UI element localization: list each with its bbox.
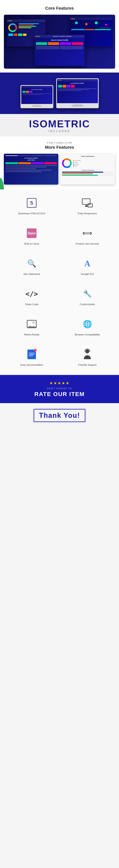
bootstrap-icon: 5 bbox=[27, 198, 36, 208]
feature-sass: Sass Built on Sass bbox=[6, 223, 58, 248]
browser-label: Browser Compatability bbox=[75, 333, 100, 336]
thankyou-text: Thank You! bbox=[34, 409, 86, 422]
feature-clean-code: </> Clean Code bbox=[6, 284, 58, 309]
customizable-icon-wrap: 🔧 bbox=[81, 287, 94, 301]
rate-stars: ★★★★★ bbox=[4, 381, 115, 385]
thankyou-box: Thank You! bbox=[34, 409, 86, 422]
screen-card-3: How to Invest Profile bbox=[34, 35, 85, 66]
monitor-big-right: Let's Invest in Cybex bbox=[56, 78, 99, 108]
bootstrap-icon-wrap: 5 bbox=[25, 196, 38, 210]
feature-customizable: 🔧 Customizable bbox=[61, 284, 113, 309]
google-font-icon-wrap: A bbox=[81, 257, 94, 270]
feature-bootstrap: 5 Bootstrap HTML5/CSS3 bbox=[6, 193, 58, 218]
sass-icon: Sass bbox=[27, 228, 36, 238]
carousel-icon-wrap: ⟺ bbox=[81, 226, 94, 240]
isometric-big-text: ISOMETRIC bbox=[4, 119, 115, 129]
seo-label: Seo Optimized bbox=[23, 273, 40, 275]
rate-dont-forget: DON'T FORGET TO bbox=[4, 387, 115, 390]
arrows-icon: ⟺ bbox=[82, 229, 92, 237]
feature-documentation: ! Easy documentation bbox=[6, 345, 58, 369]
features-grid-section: 5 Bootstrap HTML5/CSS3 Fully Responsive bbox=[0, 189, 119, 373]
thankyou-section: Thank You! bbox=[0, 403, 119, 428]
doc-icon: ! bbox=[27, 349, 36, 359]
feature-support: Friendly Support bbox=[61, 345, 113, 369]
carousel-label: Product owl carousel bbox=[76, 242, 99, 245]
rate-title: RATE OUR ITEM bbox=[4, 391, 115, 397]
isometric-sub-text: INCLUDED bbox=[4, 130, 115, 132]
isometric-label-area: ISOMETRIC INCLUDED bbox=[0, 114, 119, 136]
monitor-small-left: Let's Invest in Cybex bbox=[21, 85, 53, 108]
mockup-area: Blockchain Features bbox=[4, 15, 115, 69]
support-icon bbox=[83, 349, 92, 359]
sass-icon-wrap: Sass bbox=[25, 226, 38, 240]
isometric-monitor-area: Let's Invest in Cybex bbox=[0, 72, 119, 114]
image-icon bbox=[27, 320, 36, 328]
responsive-icon-wrap bbox=[81, 196, 94, 210]
documentation-icon-wrap: ! bbox=[25, 348, 38, 361]
seo-icon-wrap: 🔍 bbox=[25, 257, 38, 270]
google-font-icon: A bbox=[84, 259, 90, 269]
responsive-label: Fully Responsive bbox=[78, 212, 97, 215]
feat-screen-right: Token Distribution Token Sale Team bbox=[60, 154, 115, 185]
sass-label: Built on Sass bbox=[24, 242, 39, 245]
retina-label: Retina Ready bbox=[24, 333, 39, 336]
feature-browser: 🌐 Browser Compatability bbox=[61, 314, 113, 339]
clean-code-label: Clean Code bbox=[25, 303, 38, 306]
wrench-icon: 🔧 bbox=[83, 290, 92, 298]
documentation-label: Easy documentation bbox=[20, 363, 43, 366]
rate-section: ★★★★★ DON'T FORGET TO RATE OUR ITEM bbox=[0, 375, 119, 403]
features-screenshots: Let's Invest in CybexInvest Now bbox=[4, 154, 115, 185]
feature-seo: 🔍 Seo Optimized bbox=[6, 254, 58, 278]
browser-icon-wrap: 🌐 bbox=[81, 317, 94, 331]
google-font-label: Google font bbox=[81, 273, 94, 275]
core-features-title: Core Features bbox=[4, 6, 115, 11]
clean-code-icon-wrap: </> bbox=[25, 287, 38, 301]
bootstrap-label: Bootstrap HTML5/CSS3 bbox=[18, 212, 45, 215]
more-features-subtitle: It has 1 Unique UI with bbox=[4, 141, 115, 144]
code-icon: </> bbox=[25, 290, 38, 298]
globe-icon: 🌐 bbox=[83, 320, 92, 328]
core-features-section: Core Features bbox=[0, 0, 119, 72]
monitor-wrapper: Let's Invest in Cybex bbox=[21, 78, 99, 108]
isometric-section: Let's Invest in Cybex bbox=[0, 72, 119, 136]
feature-google-font: A Google font bbox=[61, 254, 113, 278]
feat-screen-left: Let's Invest in CybexInvest Now bbox=[4, 154, 58, 185]
retina-icon-wrap bbox=[25, 317, 38, 331]
features-grid: 5 Bootstrap HTML5/CSS3 Fully Responsive bbox=[6, 193, 113, 369]
seo-icon: 🔍 bbox=[27, 259, 36, 268]
more-features-section: It has 1 Unique UI with More Features Le… bbox=[0, 136, 119, 189]
feature-carousel: ⟺ Product owl carousel bbox=[61, 223, 113, 248]
feature-responsive: Fully Responsive bbox=[61, 193, 113, 218]
support-icon-wrap bbox=[81, 348, 94, 361]
responsive-icon bbox=[82, 198, 93, 207]
support-label: Friendly Support bbox=[78, 363, 96, 366]
feature-retina: Retina Ready bbox=[6, 314, 58, 339]
customizable-label: Customizable bbox=[80, 303, 95, 306]
more-features-title: More Features bbox=[4, 145, 115, 150]
